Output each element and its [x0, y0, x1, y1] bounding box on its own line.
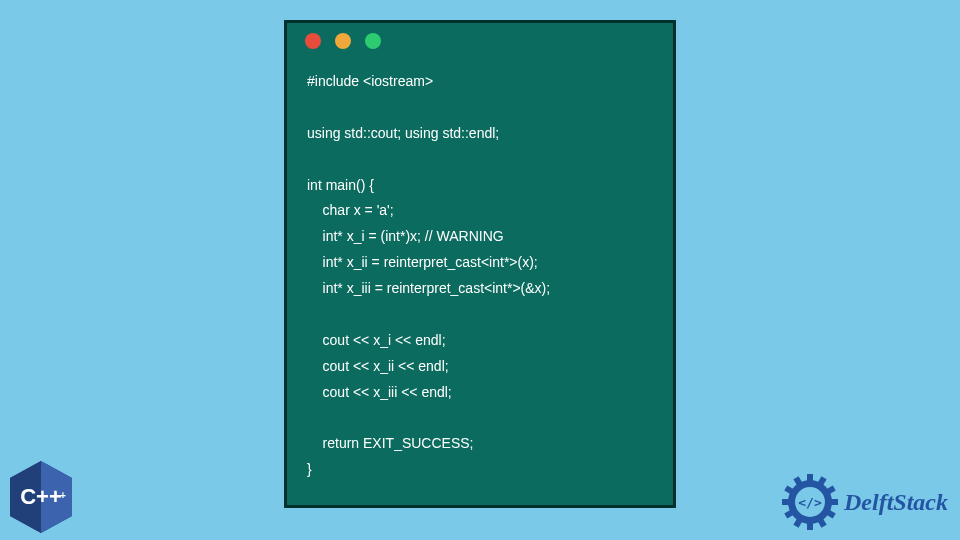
close-icon [305, 33, 321, 49]
maximize-icon [365, 33, 381, 49]
svg-rect-6 [807, 474, 813, 484]
svg-text:+: + [53, 490, 59, 501]
svg-rect-15 [782, 499, 792, 505]
svg-rect-9 [828, 499, 838, 505]
svg-text:+: + [60, 490, 66, 501]
cpp-badge-icon: C++ + + [8, 460, 74, 534]
gear-icon: </> [782, 474, 838, 530]
window-titlebar [287, 23, 673, 59]
minimize-icon [335, 33, 351, 49]
brand-logo: </> DelftStack [782, 474, 948, 530]
svg-rect-12 [807, 520, 813, 530]
code-body: #include <iostream> using std::cout; usi… [287, 59, 673, 501]
code-window: #include <iostream> using std::cout; usi… [284, 20, 676, 508]
brand-name: DelftStack [844, 489, 948, 516]
svg-text:</>: </> [798, 495, 822, 510]
